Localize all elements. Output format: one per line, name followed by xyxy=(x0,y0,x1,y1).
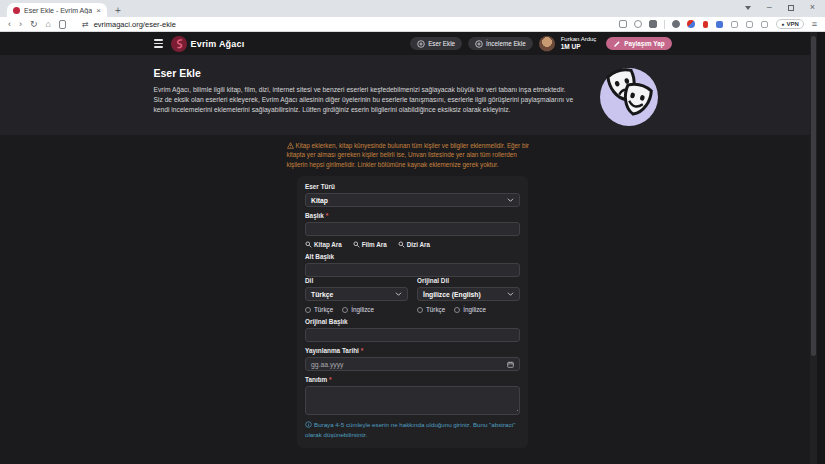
warning-triangle-icon xyxy=(287,142,294,149)
browser-toolbar: ‹ › ↻ ⌂ ⇄ evrimagaci.org/eser-ekle ● VPN… xyxy=(0,17,825,32)
site-info-icon[interactable]: ⇄ xyxy=(82,20,89,29)
orijinal-dil-select[interactable]: İngilizce (English) xyxy=(417,287,520,301)
share-icon[interactable] xyxy=(649,20,657,28)
dil-label: Dil xyxy=(305,277,408,284)
hero-section: Eser Ekle Evrim Ağacı, bilimle ilgili ki… xyxy=(0,56,825,135)
tarih-label: Yayınlanma Tarihi * xyxy=(305,347,520,354)
tab-close-icon[interactable]: × xyxy=(96,6,101,15)
plus-circle-icon xyxy=(475,40,483,48)
browser-menu-icon[interactable]: ≡ xyxy=(812,19,817,29)
dil-radio-turkce[interactable]: Türkçe xyxy=(305,306,333,313)
radio-icon xyxy=(342,307,348,313)
search-icon xyxy=(353,241,360,248)
radio-icon xyxy=(305,307,311,313)
extension-2-icon[interactable] xyxy=(746,21,753,28)
search-in-page-icon[interactable] xyxy=(634,20,642,28)
forward-icon[interactable]: › xyxy=(19,19,22,29)
extension-badge-icon[interactable] xyxy=(687,20,695,28)
warning-text: Kitap eklerken, kitap künyesinde bulunan… xyxy=(287,141,539,169)
page-description: Evrim Ağacı, bilimle ilgili kitap, film,… xyxy=(154,85,574,115)
orijinal-dil-label: Orijinal Dil xyxy=(417,277,520,284)
brand-name: Evrim Ağacı xyxy=(191,39,245,49)
nav-eser-ekle-label: Eser Ekle xyxy=(428,40,455,47)
hint-text: Buraya 4-5 cümleyle eserin ne hakkında o… xyxy=(305,421,515,437)
tab-strip: Eser Ekle - Evrim Ağacı × + – × xyxy=(0,0,825,17)
eser-turu-value: Kitap xyxy=(311,197,328,204)
chevron-down-icon xyxy=(507,197,514,203)
calendar-icon[interactable] xyxy=(507,361,514,368)
tab-favicon-icon xyxy=(13,7,20,14)
close-button[interactable]: × xyxy=(810,3,815,12)
extension-red-icon[interactable] xyxy=(703,21,708,28)
extension-1-icon[interactable] xyxy=(731,21,738,28)
evrim-agaci-logo-icon xyxy=(171,36,187,52)
alt-baslik-input[interactable] xyxy=(305,263,520,277)
orijinal-dil-radio-group: Türkçe İngilizce xyxy=(417,306,520,313)
dil-value: Türkçe xyxy=(311,291,333,298)
chevron-down-icon xyxy=(395,291,402,297)
extension-blue-icon[interactable] xyxy=(716,21,723,28)
user-name: Furkan Arduç xyxy=(561,36,597,43)
window-edge xyxy=(817,32,825,464)
radio-icon xyxy=(417,307,423,313)
search-links: Kitap Ara Film Ara Dizi Ara xyxy=(305,241,520,248)
reader-mode-icon[interactable] xyxy=(619,20,627,28)
home-icon[interactable]: ⌂ xyxy=(46,19,51,29)
user-avatar[interactable] xyxy=(539,36,555,52)
alt-baslik-label: Alt Başlık xyxy=(305,253,520,260)
required-asterisk: * xyxy=(326,212,329,219)
baslik-label: Başlık * xyxy=(305,212,520,219)
orijinal-dil-value: İngilizce (English) xyxy=(423,291,481,298)
tanitim-label: Tanıtım * xyxy=(305,376,520,383)
paylasim-yap-button[interactable]: Paylaşım Yap xyxy=(606,37,671,50)
user-info[interactable]: Furkan Arduç 1M UP xyxy=(561,36,597,50)
radio-icon xyxy=(454,307,460,313)
browser-chrome: Eser Ekle - Evrim Ağacı × + – × ‹ › ↻ ⌂ … xyxy=(0,0,825,32)
film-ara-link[interactable]: Film Ara xyxy=(353,241,387,248)
dil-select[interactable]: Türkçe xyxy=(305,287,408,301)
reload-icon[interactable]: ↻ xyxy=(30,19,38,29)
site-header: Evrim Ağacı Eser Ekle İnceleme Ekle Furk xyxy=(0,32,825,56)
plus-circle-icon xyxy=(417,40,425,48)
extension-3-icon[interactable] xyxy=(761,21,768,28)
eser-turu-select[interactable]: Kitap xyxy=(305,193,520,207)
baslik-input[interactable] xyxy=(305,222,520,236)
site-logo[interactable]: Evrim Ağacı xyxy=(171,36,245,52)
vpn-label: VPN xyxy=(786,21,798,27)
minimize-button[interactable]: – xyxy=(767,3,772,12)
kitap-ara-link[interactable]: Kitap Ara xyxy=(305,241,342,248)
nav-eser-ekle-button[interactable]: Eser Ekle xyxy=(410,37,462,50)
orijinal-dil-radio-turkce[interactable]: Türkçe xyxy=(417,306,445,313)
url-text[interactable]: evrimagaci.org/eser-ekle xyxy=(94,20,176,29)
resize-grip-icon[interactable] xyxy=(513,408,518,413)
nav-inceleme-ekle-button[interactable]: İnceleme Ekle xyxy=(468,37,533,50)
tanitim-textarea[interactable] xyxy=(305,386,520,415)
url-bar-icons xyxy=(619,20,695,29)
maximize-button[interactable] xyxy=(788,5,794,11)
url-bar[interactable]: ⇄ evrimagaci.org/eser-ekle xyxy=(82,20,695,29)
vpn-dot-icon: ● xyxy=(781,21,784,27)
hamburger-menu-icon[interactable] xyxy=(154,39,163,47)
back-icon[interactable]: ‹ xyxy=(8,19,11,29)
browser-tab[interactable]: Eser Ekle - Evrim Ağacı × xyxy=(7,3,107,17)
info-circle-icon xyxy=(305,421,312,428)
dizi-ara-link[interactable]: Dizi Ara xyxy=(398,241,430,248)
required-asterisk: * xyxy=(329,376,332,383)
page-scrollbar[interactable] xyxy=(810,32,817,464)
dil-radio-ingilizce[interactable]: İngilizce xyxy=(342,306,374,313)
main-content: Kitap eklerken, kitap künyesinde bulunan… xyxy=(0,135,825,448)
shield-icon[interactable] xyxy=(672,20,680,28)
eser-turu-label: Eser Türü xyxy=(305,183,520,190)
scrollbar-thumb[interactable] xyxy=(811,36,816,356)
theater-masks-icon xyxy=(596,63,662,129)
page-title: Eser Ekle xyxy=(154,67,672,79)
orijinal-dil-radio-ingilizce[interactable]: İngilizce xyxy=(454,306,486,313)
sidebar-toggle-icon[interactable] xyxy=(59,20,66,29)
new-tab-button[interactable]: + xyxy=(115,5,121,16)
orijinal-baslik-input[interactable] xyxy=(305,328,520,342)
vpn-badge[interactable]: ● VPN xyxy=(776,19,803,29)
window-menu-icon[interactable] xyxy=(745,6,751,10)
chevron-down-icon xyxy=(507,291,514,297)
tarih-placeholder: gg.aa.yyyy xyxy=(311,361,344,368)
tarih-input[interactable]: gg.aa.yyyy xyxy=(305,357,520,371)
